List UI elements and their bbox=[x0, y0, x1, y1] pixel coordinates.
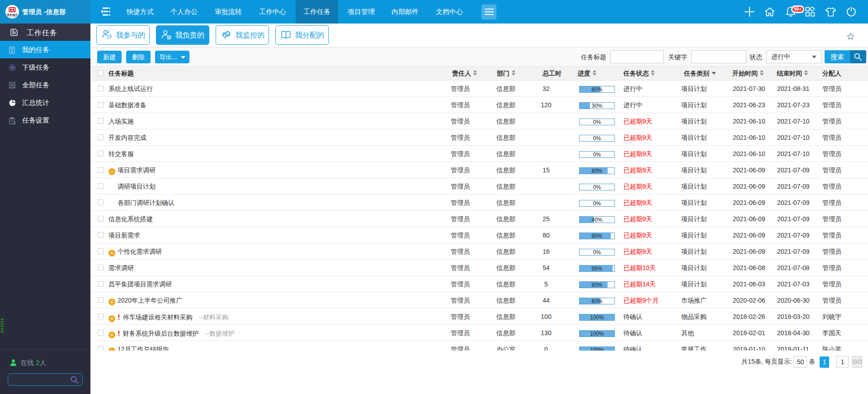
svg-text:SPOWER: SPOWER bbox=[9, 16, 16, 18]
svg-text:华天动力: 华天动力 bbox=[6, 13, 18, 16]
